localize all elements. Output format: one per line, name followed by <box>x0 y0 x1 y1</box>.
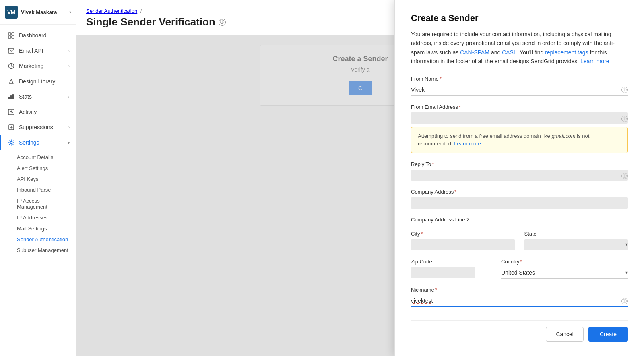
city-state-row: City* State ▾ <box>411 231 628 259</box>
subnav-sender-authentication[interactable]: Sender Authentication <box>0 234 76 245</box>
activity-icon <box>8 108 15 116</box>
from-email-group: From Email Address* ⓘ Attempting to send… <box>411 104 628 153</box>
reply-to-label: Reply To* <box>411 161 628 167</box>
subnav-account-details[interactable]: Account Details <box>0 152 76 163</box>
sidebar-item-suppressions[interactable]: Suppressions › <box>0 120 76 135</box>
sidebar-item-label: Stats <box>19 93 68 100</box>
chevron-right-icon: › <box>68 125 70 130</box>
suppressions-icon <box>8 124 15 131</box>
warning-learn-more-link[interactable]: Learn more <box>454 141 481 147</box>
company-address2-label: Company Address Line 2 <box>411 217 628 223</box>
subnav-mail-settings[interactable]: Mail Settings <box>0 223 76 234</box>
state-select-wrapper: ▾ <box>524 239 628 250</box>
svg-rect-0 <box>8 33 11 35</box>
country-label: Country* <box>501 259 628 265</box>
svg-rect-2 <box>8 36 11 38</box>
sidebar-item-email-api[interactable]: Email API › <box>0 43 76 58</box>
from-email-wrapper: ⓘ <box>411 112 628 124</box>
user-menu[interactable]: VM Vivek Maskara ▾ <box>0 0 76 25</box>
chevron-right-icon: › <box>68 64 70 68</box>
create-submit-button[interactable]: Create <box>588 327 628 342</box>
page-info-icon[interactable]: ⓘ <box>219 19 226 26</box>
svg-rect-4 <box>8 48 14 53</box>
subnav-api-keys[interactable]: API Keys <box>0 174 76 184</box>
chevron-down-icon: ▾ <box>69 10 71 14</box>
sidebar-item-stats[interactable]: Stats › <box>0 89 76 104</box>
sidebar-item-label: Settings <box>19 139 68 146</box>
subnav-subuser-management[interactable]: Subuser Management <box>0 245 76 256</box>
chevron-right-icon: › <box>68 95 70 99</box>
reply-to-info-icon[interactable]: ⓘ <box>621 173 628 179</box>
company-address-box <box>411 197 628 209</box>
country-select[interactable]: United States Canada United Kingdom Aust… <box>501 267 628 278</box>
breadcrumb-link[interactable]: Sender Authentication <box>86 8 137 14</box>
sidebar-item-label: Design Library <box>19 78 70 85</box>
from-name-wrapper: ⓘ <box>411 84 628 96</box>
sidebar-item-design-library[interactable]: Design Library <box>0 74 76 89</box>
sidebar-item-marketing[interactable]: Marketing › <box>0 58 76 74</box>
state-select[interactable] <box>524 239 628 250</box>
sidebar-item-label: Email API <box>19 48 68 54</box>
sidebar-nav: Dashboard Email API › Marketing › Design… <box>0 25 76 261</box>
zip-group: Zip Code <box>411 259 491 279</box>
warning-box: Attempting to send from a free email add… <box>411 127 628 153</box>
svg-point-11 <box>10 142 12 144</box>
sidebar-item-label: Dashboard <box>19 32 70 39</box>
from-name-input[interactable] <box>411 84 628 96</box>
reply-to-wrapper: ⓘ <box>411 170 628 181</box>
chevron-down-icon: ▾ <box>68 141 70 145</box>
city-box <box>411 239 515 250</box>
nickname-label: Nickname* <box>411 287 628 293</box>
replacement-tags-link[interactable]: replacement tags <box>545 49 588 56</box>
state-label: State <box>524 231 628 237</box>
sidebar: VM Vivek Maskara ▾ Dashboard Email API ›… <box>0 0 76 356</box>
subnav-ip-access-management[interactable]: IP Access Management <box>0 195 76 212</box>
sidebar-item-label: Activity <box>19 109 70 115</box>
from-name-info-icon[interactable]: ⓘ <box>621 87 628 93</box>
sidebar-item-dashboard[interactable]: Dashboard <box>0 28 76 43</box>
learn-more-link[interactable]: Learn more <box>580 58 609 64</box>
sidebar-item-label: Suppressions <box>19 124 68 130</box>
from-name-label: From Name* <box>411 76 628 82</box>
sidebar-item-label: Marketing <box>19 63 68 69</box>
marketing-icon <box>8 62 15 70</box>
from-name-group: From Name* ⓘ <box>411 76 628 96</box>
from-email-label: From Email Address* <box>411 104 628 110</box>
create-sender-drawer: Create a Sender You are required to incl… <box>394 0 644 356</box>
dashboard-icon <box>8 32 15 39</box>
company-address-label: Company Address* <box>411 189 628 195</box>
zip-country-row: Zip Code Country* United States Canada U… <box>411 259 628 287</box>
svg-rect-3 <box>12 36 14 38</box>
drawer-footer: Cancel Create <box>411 320 628 342</box>
svg-rect-1 <box>12 33 14 35</box>
cancel-button[interactable]: Cancel <box>546 327 584 342</box>
nickname-info-icon[interactable]: ⓘ <box>621 298 628 304</box>
company-address-group: Company Address* <box>411 189 628 209</box>
user-name: Vivek Maskara <box>21 9 57 15</box>
zip-box <box>411 267 475 278</box>
from-email-info-icon[interactable]: ⓘ <box>621 116 628 122</box>
design-icon <box>8 78 15 85</box>
country-group: Country* United States Canada United Kin… <box>501 259 628 279</box>
svg-rect-6 <box>8 97 10 99</box>
from-email-box <box>411 112 628 124</box>
can-spam-link[interactable]: CAN-SPAM <box>460 49 489 56</box>
nickname-input[interactable] <box>411 295 628 307</box>
chevron-right-icon: › <box>68 49 70 53</box>
sidebar-item-settings[interactable]: Settings ▾ <box>0 135 76 150</box>
svg-rect-7 <box>10 95 12 99</box>
nickname-group: Nickname* ⓘ <box>411 287 628 307</box>
drawer-title: Create a Sender <box>411 13 628 23</box>
sidebar-item-activity[interactable]: Activity <box>0 104 76 120</box>
drawer-description: You are required to include your contact… <box>411 30 628 66</box>
settings-icon <box>8 139 15 146</box>
reply-to-group: Reply To* ⓘ <box>411 161 628 181</box>
country-select-wrapper: United States Canada United Kingdom Aust… <box>501 267 628 279</box>
subnav-inbound-parse[interactable]: Inbound Parse <box>0 184 76 195</box>
company-address2-group: Company Address Line 2 <box>411 217 628 223</box>
subnav-alert-settings[interactable]: Alert Settings <box>0 163 76 174</box>
nickname-wrapper: ⓘ <box>411 295 628 307</box>
casl-link[interactable]: CASL <box>502 49 517 56</box>
subnav-ip-addresses[interactable]: IP Addresses <box>0 212 76 223</box>
city-label: City* <box>411 231 515 237</box>
